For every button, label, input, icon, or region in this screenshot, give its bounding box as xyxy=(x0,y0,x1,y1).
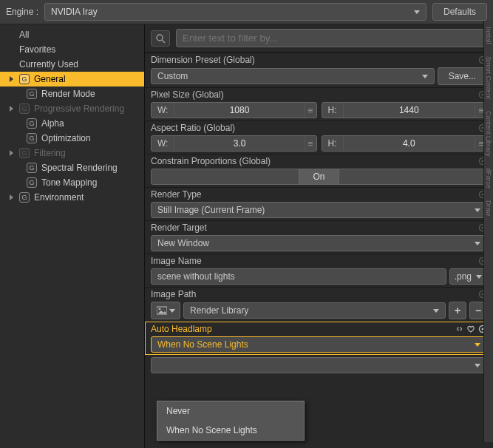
sidebar-item-label: General xyxy=(34,74,66,84)
sidebar-item[interactable]: GProgressive Rendering xyxy=(0,101,144,116)
render-target-value: New Window xyxy=(157,238,209,248)
image-ext-select[interactable]: .png xyxy=(449,268,487,285)
image-name-input[interactable]: scene without lights xyxy=(151,268,446,285)
chevron-down-icon xyxy=(169,309,175,313)
content-panel: Dimension Preset (Global) Custom Save... xyxy=(145,24,493,448)
dimension-preset-save-button[interactable]: Save... xyxy=(438,67,487,85)
expand-toggle[interactable] xyxy=(7,150,15,156)
dropdown-option[interactable]: When No Scene Lights xyxy=(157,421,304,440)
picture-icon xyxy=(157,306,167,315)
aspect-height-input[interactable]: H: 4.0 xyxy=(322,135,488,152)
sidebar-item[interactable]: GEnvironment xyxy=(0,190,144,205)
chevron-right-icon xyxy=(10,194,13,200)
pixel-size-label: Pixel Size (Global) xyxy=(151,89,224,100)
svg-point-19 xyxy=(158,308,160,310)
pixel-width-input[interactable]: W: 1080 xyxy=(151,102,317,118)
sidebar-item[interactable]: GOptimization xyxy=(0,131,144,146)
category-icon: G xyxy=(27,133,37,143)
drag-handle-icon[interactable] xyxy=(305,136,316,151)
chevron-down-icon xyxy=(422,75,428,78)
dimension-preset-value: Custom xyxy=(157,71,188,81)
sidebar-item-label: Progressive Rendering xyxy=(34,103,124,114)
search-button[interactable] xyxy=(151,30,170,47)
render-type-label: Render Type xyxy=(151,189,202,200)
sidebar-item-label: All xyxy=(19,30,29,40)
link-icon[interactable] xyxy=(455,325,463,333)
auto-headlamp-label: Auto Headlamp xyxy=(151,324,212,334)
pixel-height-input[interactable]: H: 1440 xyxy=(322,102,488,118)
sidebar-item[interactable]: GRender Mode xyxy=(0,86,144,101)
sidebar-item-label: Tone Mapping xyxy=(41,177,97,188)
auto-headlamp-value: When No Scene Lights xyxy=(157,339,248,350)
image-path-label: Image Path xyxy=(151,289,196,299)
category-icon: G xyxy=(27,89,37,99)
sidebar-item[interactable]: GAlpha xyxy=(0,116,144,131)
chevron-down-icon xyxy=(475,208,480,212)
chevron-right-icon xyxy=(10,106,13,112)
sidebar-item[interactable]: Favorites xyxy=(0,42,144,57)
category-icon: G xyxy=(27,163,37,173)
sidebar-item[interactable]: GTone Mapping xyxy=(0,175,144,190)
pixel-width-value: 1080 xyxy=(174,103,304,118)
aspect-width-value: 3.0 xyxy=(174,136,304,151)
next-property-value xyxy=(157,360,160,370)
chevron-down-icon xyxy=(475,242,480,245)
dock-tab[interactable]: Draw xyxy=(485,194,492,222)
sidebar-item-label: Environment xyxy=(34,192,84,203)
sidebar-item-label: Optimization xyxy=(41,133,91,143)
category-icon: G xyxy=(27,118,37,129)
sidebar-item[interactable]: GGeneral xyxy=(0,72,144,86)
chevron-right-icon xyxy=(10,150,13,156)
dock-tab[interactable]: Smart Content xyxy=(485,50,492,105)
auto-headlamp-select[interactable]: When No Scene Lights xyxy=(151,336,487,353)
sidebar-item[interactable]: Currently Used xyxy=(0,57,144,72)
render-type-value: Still Image (Current Frame) xyxy=(157,205,265,215)
h-label: H: xyxy=(322,136,344,151)
chevron-right-icon xyxy=(10,76,13,82)
render-target-select[interactable]: New Window xyxy=(151,235,487,251)
sidebar-item-label: Filtering xyxy=(34,148,66,158)
w-label: W: xyxy=(152,136,174,151)
constrain-label: Constrain Proportions (Global) xyxy=(151,156,271,166)
sidebar: AllFavoritesCurrently UsedGGeneralGRende… xyxy=(0,24,145,448)
chevron-down-icon xyxy=(475,343,480,347)
dock-tab[interactable]: dForce xyxy=(485,162,492,194)
defaults-button[interactable]: Defaults xyxy=(432,3,487,21)
engine-label: Engine : xyxy=(6,7,38,17)
h-label: H: xyxy=(322,103,344,118)
constrain-toggle[interactable]: On xyxy=(151,169,487,185)
sidebar-item[interactable]: GSpectral Rendering xyxy=(0,160,144,175)
next-property-select[interactable] xyxy=(151,357,487,373)
expand-toggle[interactable] xyxy=(7,194,15,200)
aspect-width-input[interactable]: W: 3.0 xyxy=(151,135,317,152)
expand-toggle[interactable] xyxy=(7,76,15,82)
svg-point-0 xyxy=(157,35,163,41)
sidebar-item-label: Render Mode xyxy=(41,89,95,99)
image-ext-value: .png xyxy=(455,271,472,282)
dock-tab[interactable]: Content Library xyxy=(485,105,492,163)
expand-toggle[interactable] xyxy=(7,106,15,112)
sidebar-item-label: Favorites xyxy=(19,44,55,55)
sidebar-item[interactable]: All xyxy=(0,27,144,42)
dimension-preset-label: Dimension Preset (Global) xyxy=(151,55,255,65)
image-path-browse-button[interactable] xyxy=(151,302,180,319)
search-input[interactable] xyxy=(176,29,487,47)
heart-icon[interactable] xyxy=(466,325,475,333)
render-type-select[interactable]: Still Image (Current Frame) xyxy=(151,202,487,218)
add-path-button[interactable]: + xyxy=(449,302,466,319)
dimension-preset-select[interactable]: Custom xyxy=(151,68,435,84)
engine-select[interactable]: NVIDIA Iray xyxy=(44,3,426,21)
chevron-down-icon xyxy=(414,10,420,14)
dropdown-option[interactable]: Never xyxy=(157,401,304,421)
dock-tab[interactable]: Install xyxy=(485,21,492,50)
sidebar-item[interactable]: GFiltering xyxy=(0,146,144,160)
engine-value: NVIDIA Iray xyxy=(51,7,98,17)
aspect-ratio-label: Aspect Ratio (Global) xyxy=(151,123,235,133)
chevron-down-icon xyxy=(433,309,439,313)
auto-headlamp-dropdown: Never When No Scene Lights xyxy=(157,401,305,441)
render-target-label: Render Target xyxy=(151,223,207,233)
drag-handle-icon[interactable] xyxy=(305,103,316,118)
image-path-select[interactable]: Render Library xyxy=(183,302,446,319)
category-icon: G xyxy=(19,192,30,203)
constrain-value: On xyxy=(299,169,339,184)
